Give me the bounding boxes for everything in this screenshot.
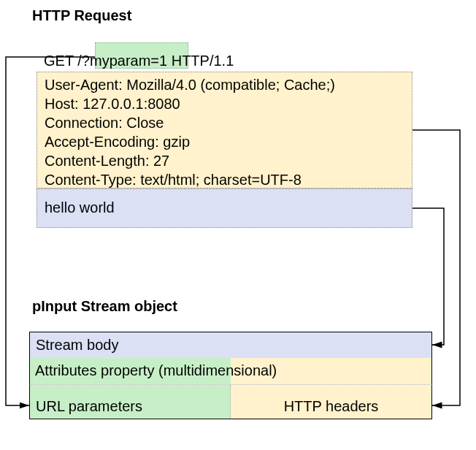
attributes-property-label: Attributes property (multidimensional) <box>35 362 277 379</box>
url-parameters-cell: URL parameters <box>30 385 231 419</box>
header-line: Content-Type: text/html; charset=UTF-8 <box>45 170 404 189</box>
headers-box: User-Agent: Mozilla/4.0 (compatible; Cac… <box>37 72 412 188</box>
http-headers-cell: HTTP headers <box>231 385 431 419</box>
request-line: GET /?myparam=1 HTTP/1.1 <box>44 53 234 69</box>
request-body-box: hello world <box>37 188 412 228</box>
params-row: URL parameters HTTP headers <box>29 384 432 419</box>
header-line: User-Agent: Mozilla/4.0 (compatible; Cac… <box>45 75 404 94</box>
pinput-title: pInput Stream object <box>32 298 177 315</box>
header-line: Host: 127.0.0.1:8080 <box>45 94 404 113</box>
header-line: Connection: Close <box>45 113 404 132</box>
stream-body-box: Stream body <box>29 332 432 358</box>
header-line: Content-Length: 27 <box>45 151 404 170</box>
header-line: Accept-Encoding: gzip <box>45 132 404 151</box>
http-request-title: HTTP Request <box>32 7 131 24</box>
